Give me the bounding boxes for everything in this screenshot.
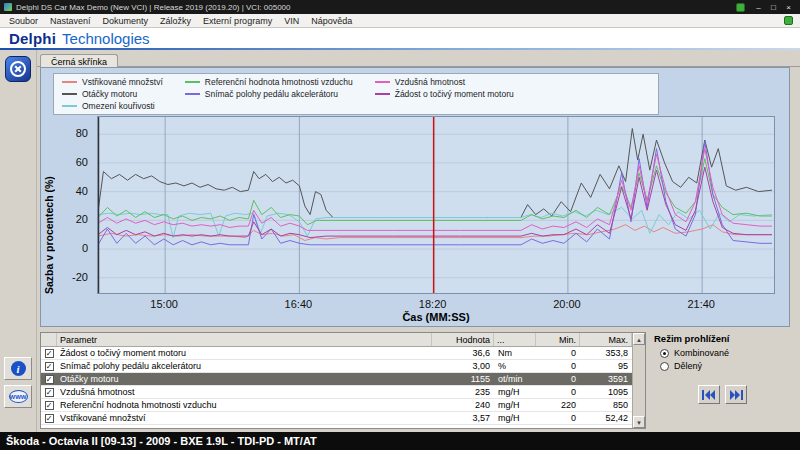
x-tick: 15:00 [150,298,178,310]
table-row[interactable]: ✓ Snímač polohy pedálu akcelerátoru 3,00… [41,360,632,373]
chart-legend: Vstřikované množstvíOtáčky motoruOmezení… [53,73,659,115]
view-mode-option[interactable]: Kombinované [660,348,790,358]
circle-x-icon [10,61,26,77]
cell-max: 1095 [580,387,632,397]
table-row[interactable]: ✓ Vstřikované množství 3,57 mg/H 0 52,42 [41,412,632,425]
row-checkbox[interactable]: ✓ [45,414,54,423]
info-button[interactable]: i [4,357,32,380]
x-tick: 21:40 [687,298,715,310]
legend-swatch-icon [185,93,200,95]
cell-value: 240 [432,400,494,410]
cell-value: 3,57 [432,413,494,423]
cell-max: 3591 [580,374,632,384]
plot-area [97,116,775,294]
cell-min: 0 [536,374,580,384]
sidebar: i WWW [0,50,37,432]
legend-label: Snímač polohy pedálu akcelerátoru [205,89,338,99]
bottom-section: Parametr Hodnota ... Min. Max. ✓ Žádost … [40,332,790,429]
menu-nastaveni[interactable]: Nastavení [44,16,97,26]
vehicle-info: Škoda - Octavia II [09-13] - 2009 - BXE … [6,435,317,447]
header-checkbox-col [41,333,57,346]
cell-param: Otáčky motoru [57,374,432,384]
menu-zalozky[interactable]: Záložky [154,16,197,26]
cell-max: 52,42 [580,413,632,423]
web-button[interactable]: WWW [4,385,32,408]
cell-min: 0 [536,361,580,371]
table-row[interactable]: ✓ Žádost o točivý moment motoru 36,6 Nm … [41,347,632,360]
window-title: Delphi DS Car Max Demo (New VCI) | Relea… [16,3,736,12]
minimize-button[interactable]: – [751,3,766,12]
scroll-down-icon[interactable]: ▼ [633,416,645,428]
chart-panel: Vstřikované množstvíOtáčky motoruOmezení… [40,67,790,327]
menu-vin[interactable]: VIN [278,16,305,26]
app-icon [4,3,12,11]
header-unit[interactable]: ... [494,333,536,346]
maximize-button[interactable]: □ [766,3,781,12]
close-session-button[interactable] [5,56,31,82]
menu-dokumenty[interactable]: Dokumenty [97,16,155,26]
row-checkbox[interactable]: ✓ [45,388,54,397]
header-max[interactable]: Max. [580,333,632,346]
legend-label: Vzdušná hmotnost [395,77,465,87]
legend-item: Otáčky motoru [62,89,163,99]
logo-bar: Delphi Technologies [0,28,800,48]
scroll-up-icon[interactable]: ▲ [633,333,645,345]
close-button[interactable]: × [781,3,796,12]
table-row[interactable]: ✓ Otáčky motoru 1155 ot/min 0 3591 [41,373,632,386]
view-mode-title: Režim prohlížení [654,333,790,344]
legend-item: Referenční hodnota hmotnosti vzduchu [185,77,353,87]
table-row[interactable]: ✓ Referenční hodnota hmotnosti vzduchu 2… [41,399,632,412]
legend-swatch-icon [375,93,390,95]
x-tick: 18:20 [419,298,447,310]
table-row[interactable]: ✓ Vzdušná hmotnost 235 mg/H 0 1095 [41,386,632,399]
legend-item: Omezení kouřivosti [62,101,163,111]
menu-napoveda[interactable]: Nápověda [305,16,358,26]
row-checkbox[interactable]: ✓ [45,401,54,410]
statusbar: Škoda - Octavia II [09-13] - 2009 - BXE … [0,432,800,450]
y-axis-ticks: 80 60 40 20 0 -20 [55,116,93,294]
view-mode-option[interactable]: Dělený [660,361,790,371]
legend-label: Omezení kouřivosti [82,101,155,111]
row-checkbox[interactable]: ✓ [45,375,54,384]
legend-column: Vstřikované množstvíOtáčky motoruOmezení… [62,77,163,111]
x-tick: 20:00 [553,298,581,310]
header-min[interactable]: Min. [536,333,580,346]
vci-status-icon [736,3,745,12]
logo-brand: Delphi [9,30,56,47]
cell-param: Snímač polohy pedálu akcelerátoru [57,361,432,371]
y-tick: 60 [76,156,88,168]
plot-svg[interactable] [97,116,775,294]
cell-unit: mg/H [494,387,536,397]
row-checkbox[interactable]: ✓ [45,349,54,358]
workspace: i WWW Černá skřínka Vstřikované množství… [0,50,800,432]
playback-nav [698,385,790,404]
skip-end-button[interactable] [725,385,747,404]
cell-param: Referenční hodnota hmotnosti vzduchu [57,400,432,410]
cell-max: 850 [580,400,632,410]
radio-icon [660,349,669,358]
menu-soubor[interactable]: Soubor [3,16,44,26]
legend-column: Referenční hodnota hmotnosti vzduchuSním… [185,77,353,111]
row-checkbox[interactable]: ✓ [45,362,54,371]
y-tick: 0 [82,242,88,254]
view-mode-option-label: Dělený [674,361,702,371]
skip-start-button[interactable] [698,385,720,404]
cell-unit: % [494,361,536,371]
cell-param: Žádost o točivý moment motoru [57,348,432,358]
cell-unit: ot/min [494,374,536,384]
table-scrollbar[interactable]: ▲ ▼ [632,333,645,428]
cell-value: 36,6 [432,348,494,358]
menu-externi-programy[interactable]: Externí programy [197,16,278,26]
cell-max: 95 [580,361,632,371]
cell-value: 1155 [432,374,494,384]
logo-suffix: Technologies [62,30,150,47]
series-line [98,141,772,244]
header-hodnota[interactable]: Hodnota [432,333,494,346]
header-parametr[interactable]: Parametr [57,333,432,346]
cell-min: 0 [536,413,580,423]
legend-item: Vzdušná hmotnost [375,77,514,87]
skip-end-icon [729,390,743,400]
cell-min: 0 [536,387,580,397]
legend-swatch-icon [375,81,390,83]
parameter-table: Parametr Hodnota ... Min. Max. ✓ Žádost … [40,332,646,429]
